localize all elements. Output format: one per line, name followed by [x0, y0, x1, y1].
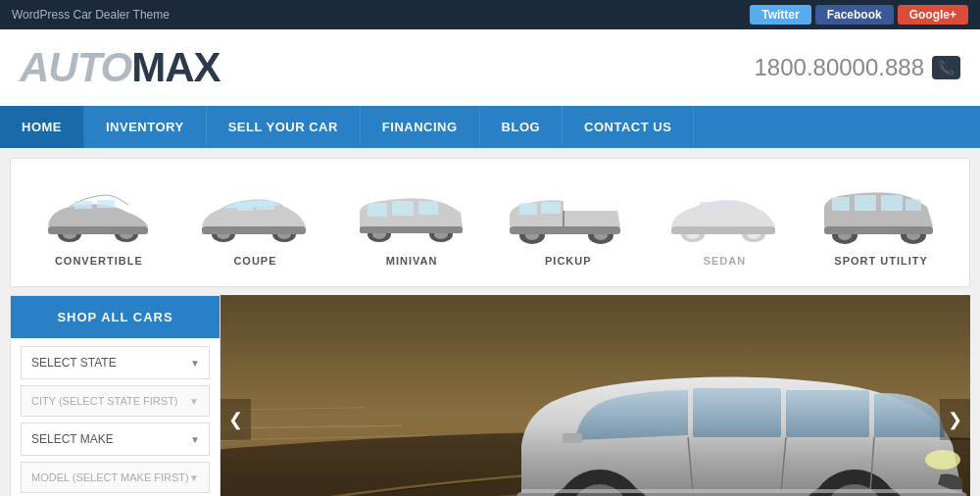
svg-rect-65	[563, 433, 582, 443]
nav-item-home[interactable]: HOME	[0, 106, 84, 148]
pickup-label: PICKUP	[545, 255, 592, 267]
svg-rect-4	[48, 226, 148, 234]
car-type-sport-utility[interactable]: SPORT UTILITY	[808, 174, 955, 272]
coupe-label: COUPE	[233, 255, 276, 267]
main-content: SHOP ALL CARS SELECT STATE CITY (SELECT …	[10, 295, 970, 496]
svg-rect-66	[521, 489, 962, 493]
svg-rect-21	[418, 201, 438, 215]
logo[interactable]: AUTOMAX	[20, 44, 220, 91]
city-placeholder: CITY (SELECT STATE FIRST)	[31, 395, 178, 407]
svg-point-61	[925, 450, 960, 470]
svg-rect-36	[719, 201, 739, 210]
svg-rect-11	[202, 226, 306, 234]
city-input-wrapper: CITY (SELECT STATE FIRST) ▼	[21, 385, 210, 417]
svg-rect-19	[368, 203, 387, 217]
svg-rect-44	[881, 195, 903, 211]
logo-auto: AUTO	[20, 44, 131, 90]
nav-item-blog[interactable]: BLOG	[480, 106, 564, 148]
sedan-image	[661, 178, 788, 247]
svg-rect-43	[855, 195, 876, 211]
sport-utility-image	[817, 178, 945, 247]
model-input-wrapper: MODEL (SELECT MAKE FIRST) ▼	[21, 462, 210, 493]
logo-max: MAX	[131, 44, 220, 90]
convertible-label: CONVERTIBLE	[55, 255, 143, 267]
phone-area: 1800.80000.888 📞	[754, 54, 960, 81]
car-type-coupe[interactable]: COUPE	[181, 174, 328, 272]
minivan-image	[348, 178, 475, 247]
nav-item-sell[interactable]: SELL YOUR CAR	[207, 106, 361, 148]
svg-rect-26	[510, 226, 620, 234]
nav-item-inventory[interactable]: INVENTORY	[84, 106, 207, 148]
header: AUTOMAX 1800.80000.888 📞	[0, 29, 980, 106]
car-types-section: CONVERTIBLE COUPE	[10, 158, 970, 287]
svg-rect-34	[671, 226, 775, 234]
top-bar: WordPress Car Dealer Theme Twitter Faceb…	[0, 0, 980, 29]
state-select[interactable]: SELECT STATE	[21, 346, 210, 379]
model-arrow-icon: ▼	[189, 472, 199, 483]
sidebar: SHOP ALL CARS SELECT STATE CITY (SELECT …	[10, 295, 220, 496]
car-type-convertible[interactable]: CONVERTIBLE	[25, 174, 172, 272]
svg-rect-27	[519, 203, 537, 215]
twitter-button[interactable]: Twitter	[750, 5, 810, 25]
svg-rect-18	[360, 226, 463, 233]
site-title: WordPress Car Dealer Theme	[12, 8, 170, 22]
svg-rect-35	[700, 202, 715, 211]
hero-car-svg	[482, 347, 971, 496]
svg-rect-41	[824, 226, 933, 234]
svg-rect-52	[786, 390, 869, 437]
sedan-label: SEDAN	[704, 255, 747, 267]
phone-number: 1800.80000.888	[754, 54, 924, 81]
svg-rect-51	[693, 388, 781, 437]
sport-utility-label: SPORT UTILITY	[834, 255, 928, 267]
suv-svg	[817, 179, 945, 246]
nav-item-contact[interactable]: CONTACT US	[563, 106, 694, 148]
model-placeholder: MODEL (SELECT MAKE FIRST)	[31, 471, 189, 483]
google-button[interactable]: Google+	[898, 5, 968, 25]
car-type-sedan[interactable]: SEDAN	[651, 174, 798, 272]
convertible-image	[35, 178, 163, 247]
minivan-svg	[353, 183, 470, 242]
svg-rect-12	[237, 202, 253, 211]
hero-next-button[interactable]: ❯	[940, 399, 970, 440]
svg-rect-5	[74, 201, 92, 209]
city-arrow-icon: ▼	[189, 396, 199, 407]
svg-rect-20	[392, 201, 414, 216]
sedan-svg	[665, 183, 783, 242]
svg-rect-28	[541, 202, 561, 214]
facebook-button[interactable]: Facebook	[815, 5, 894, 25]
convertible-svg	[40, 183, 158, 242]
hero-area: ❮ ❯	[220, 295, 970, 496]
pickup-svg	[505, 181, 632, 245]
main-nav: HOME INVENTORY SELL YOUR CAR FINANCING B…	[0, 106, 980, 148]
car-types-grid: CONVERTIBLE COUPE	[21, 174, 959, 272]
svg-rect-6	[97, 200, 115, 208]
svg-rect-13	[257, 201, 274, 210]
svg-rect-45	[906, 199, 921, 211]
shop-all-button[interactable]: SHOP ALL CARS	[11, 296, 220, 338]
state-select-wrapper: SELECT STATE	[21, 346, 210, 379]
phone-icon: 📞	[932, 56, 960, 79]
minivan-label: MINIVAN	[386, 255, 438, 267]
car-type-minivan[interactable]: MINIVAN	[338, 174, 485, 272]
hero-prev-button[interactable]: ❮	[220, 399, 251, 440]
coupe-image	[191, 178, 318, 247]
coupe-svg	[196, 183, 314, 242]
car-type-pickup[interactable]: PICKUP	[495, 174, 642, 272]
make-select-wrapper: SELECT MAKE	[21, 422, 210, 456]
hero-background	[220, 295, 970, 496]
make-select[interactable]: SELECT MAKE	[21, 422, 210, 456]
pickup-image	[505, 178, 632, 247]
svg-rect-42	[832, 197, 850, 211]
social-buttons: Twitter Facebook Google+	[750, 5, 968, 25]
nav-item-financing[interactable]: FINANCING	[361, 106, 480, 148]
filter-group: SELECT STATE CITY (SELECT STATE FIRST) ▼…	[11, 338, 220, 496]
